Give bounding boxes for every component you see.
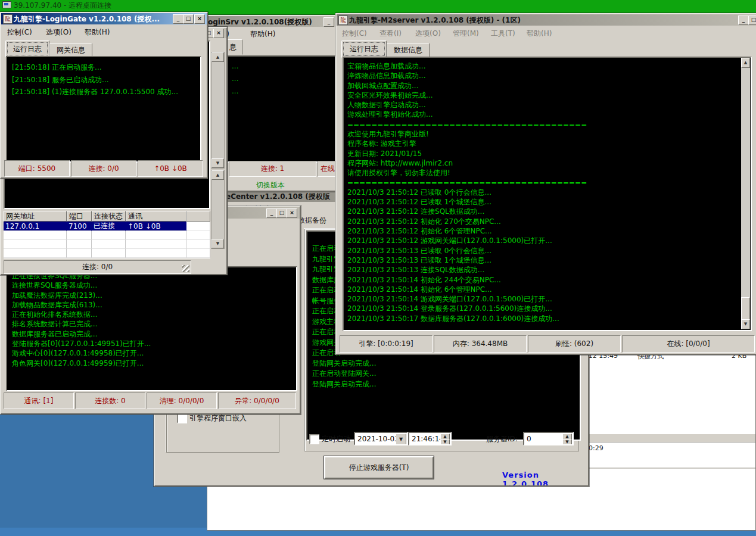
- desktop: 39.107.97.40 - 远程桌面连接 /12 15:49 快捷方式 2 K…: [0, 0, 756, 536]
- log-line: 2021/10/3 21:50:14 登录服务器(127.0.0.1:5600)…: [347, 304, 587, 313]
- cell-empty: [67, 231, 92, 240]
- m2-status-online: 在线: [0/0/0]: [622, 335, 755, 353]
- server-id-down-icon[interactable]: ▼: [562, 439, 572, 445]
- tab-run-log[interactable]: 运行日志: [341, 40, 387, 58]
- cell-empty: [186, 249, 210, 258]
- time-spinner[interactable]: 21:46:14 ▲ ▼: [408, 432, 452, 445]
- logingate-menu-options[interactable]: 选项(O): [46, 27, 71, 38]
- table-row[interactable]: 127.0.0.1 7100 已连接 ↑0B ↓0B: [4, 222, 210, 231]
- scroll-down-icon[interactable]: ▼: [741, 319, 750, 329]
- cell-address: 127.0.0.1: [4, 222, 67, 231]
- embed-checkbox[interactable]: [177, 413, 187, 423]
- scroll-thumb[interactable]: [741, 297, 750, 320]
- schedule-checkbox[interactable]: [309, 434, 319, 444]
- data-backup-button[interactable]: 数据备份: [298, 216, 326, 226]
- time-spin-down-icon[interactable]: ▼: [440, 439, 450, 445]
- loginsrv-menu-help[interactable]: 帮助(H): [250, 29, 275, 39]
- table-row[interactable]: [4, 240, 210, 249]
- m2-menu-manage[interactable]: 管理(M): [453, 29, 479, 39]
- log-line: 连接世界SQL服务器成功...: [12, 281, 296, 290]
- minimize-icon[interactable]: _: [323, 17, 334, 27]
- embed-checkbox-label: 引擎程序窗口嵌入: [189, 413, 247, 423]
- log-line: 请使用授权引擎，切勿非法使用!: [347, 168, 587, 177]
- m2-menu-options[interactable]: 选项(O): [415, 29, 441, 39]
- table-row[interactable]: [4, 231, 210, 240]
- log-line: 正在启动登陆网关...: [312, 369, 580, 379]
- col-traffic[interactable]: 通讯: [126, 211, 186, 222]
- date-dropdown-arrow-icon[interactable]: ▼: [396, 434, 406, 445]
- cell-empty: [67, 249, 92, 258]
- log-line: 2021/10/3 21:50:14 初始化 244个交易NPC...: [347, 275, 587, 285]
- switch-version-link[interactable]: 切换版本: [256, 180, 285, 191]
- logingate-titlebar[interactable]: 龍 九龍引擎-LoginGate v1.2.0.108 (授权... _ □ ×: [1, 13, 207, 24]
- m2-status-engine: 引擎: [0:0:0:19]: [340, 335, 433, 353]
- tab-data-info[interactable]: 数据信息: [387, 43, 430, 58]
- dragon-app-icon: 龍: [338, 15, 348, 25]
- logingate-status-connections: 连接: 0/0: [71, 160, 136, 177]
- m2server-titlebar[interactable]: 龍 九龍引擎-M2server v1.2.0.108 (授权版) - (1区) …: [337, 14, 756, 26]
- cell-empty: [126, 240, 186, 249]
- col-port[interactable]: 端口: [67, 211, 92, 222]
- gateway-scrollbar-lower[interactable]: ▲ ▼: [211, 170, 225, 249]
- logingate-menu-control[interactable]: 控制(C): [7, 27, 32, 38]
- gateway-scrollbar-upper[interactable]: ▲ ▼: [211, 52, 225, 169]
- close-icon[interactable]: ×: [194, 14, 205, 24]
- m2-menu-view[interactable]: 查看(I): [379, 29, 402, 39]
- log-line: 游戏中心[0](127.0.0.1:49958)已打开...: [12, 348, 296, 358]
- log-line: ...: [232, 60, 335, 73]
- stop-server-button[interactable]: 停止游戏服务器(T): [324, 456, 434, 479]
- col-state[interactable]: 连接状态: [92, 211, 126, 222]
- log-line: 2021/10/3 21:50:12 已读取 1个城堡信息...: [347, 197, 587, 207]
- remote-bar-title: 39.107.97.40 - 远程桌面连接: [14, 1, 111, 11]
- date-dropdown[interactable]: 2021-10-03 ▼: [354, 432, 408, 445]
- log-line: 登陆网关启动完成...: [312, 359, 580, 369]
- maximize-icon[interactable]: □: [276, 208, 287, 218]
- minimize-icon[interactable]: _: [266, 208, 277, 218]
- logingate-menu-help[interactable]: 帮助(H): [85, 27, 110, 38]
- scroll-up-icon[interactable]: ▲: [211, 52, 224, 62]
- log-line: 2021/10/3 21:50:12 连接SQL数据成功...: [347, 207, 587, 216]
- m2server-log-lines: 宝箱物品信息加载成功...淬炼物品信息加载成功...加载回城点配置成功...安全…: [347, 61, 587, 323]
- scroll-up-icon[interactable]: ▲: [741, 58, 750, 68]
- log-line: 更新日期: 2021/01/15: [347, 149, 587, 158]
- scroll-up-icon[interactable]: ▲: [211, 170, 224, 180]
- log-line: 排名系统数据计算已完成...: [12, 319, 296, 329]
- log-line: ...: [232, 85, 335, 98]
- tab-run-log[interactable]: 运行日志: [5, 40, 49, 57]
- gamecenter-title: eCenter v1.2.0.108 (授权版: [226, 192, 330, 202]
- minimize-icon[interactable]: _: [173, 14, 183, 24]
- dbserver-log: 正在连接世界SQL服务器...连接世界SQL服务器成功...加载魔法数据库完成(…: [6, 266, 297, 391]
- log-line: 2021/10/3 21:50:12 初始化 6个管理NPC...: [347, 226, 587, 236]
- maximize-icon[interactable]: □: [748, 15, 756, 25]
- gateway-status: 连接: 0/0: [4, 260, 191, 274]
- close-icon[interactable]: ×: [287, 208, 297, 218]
- scroll-down-icon[interactable]: ▼: [211, 158, 224, 168]
- minimize-icon[interactable]: _: [738, 15, 749, 25]
- close-icon[interactable]: ×: [213, 29, 224, 38]
- gateway-table-header: 网关地址 端口 连接状态 通讯: [4, 211, 210, 222]
- scroll-down-icon[interactable]: ▼: [211, 239, 224, 248]
- log-line: 加载魔法数据库完成(213)...: [12, 291, 296, 300]
- logingate-log: [21:50:18] 正在启动服务...[21:50:18] 服务已启动成功..…: [6, 56, 201, 163]
- m2-menu-control[interactable]: 控制(C): [342, 29, 367, 39]
- maximize-icon[interactable]: □: [183, 14, 194, 24]
- log-line: 2021/10/3 21:50:17 数据库服务器(127.0.0.1:6000…: [347, 314, 587, 323]
- date-value: 2021-10-03: [357, 435, 399, 443]
- m2server-scrollbar[interactable]: ▲ ▼: [741, 58, 750, 329]
- cell-empty: [4, 240, 67, 249]
- log-line: 2021/10/3 21:50:14 游戏网关端口(127.0.0.1:5000…: [347, 294, 587, 304]
- m2server-title: 九龍引擎-M2server v1.2.0.108 (授权版) - (1区): [349, 15, 521, 26]
- table-row[interactable]: [4, 249, 210, 258]
- server-id-spinner[interactable]: 0 ▲ ▼: [523, 432, 574, 445]
- cell-empty: [67, 240, 92, 249]
- tab-gateway-info[interactable]: 网关信息: [49, 43, 92, 57]
- col-gateway-address[interactable]: 网关地址: [4, 211, 67, 222]
- m2-menu-help[interactable]: 帮助(H): [527, 29, 552, 39]
- computer-icon: [2, 1, 11, 8]
- resize-grip[interactable]: [182, 265, 189, 272]
- m2-status-monsters: 刷怪: (602): [528, 335, 621, 353]
- cell-empty: [92, 231, 126, 240]
- m2-menu-tools[interactable]: 工具(T): [491, 29, 515, 39]
- cell-empty: [126, 249, 186, 258]
- log-line: 2021/10/3 21:50:13 已读取 0个行会信息...: [347, 246, 587, 255]
